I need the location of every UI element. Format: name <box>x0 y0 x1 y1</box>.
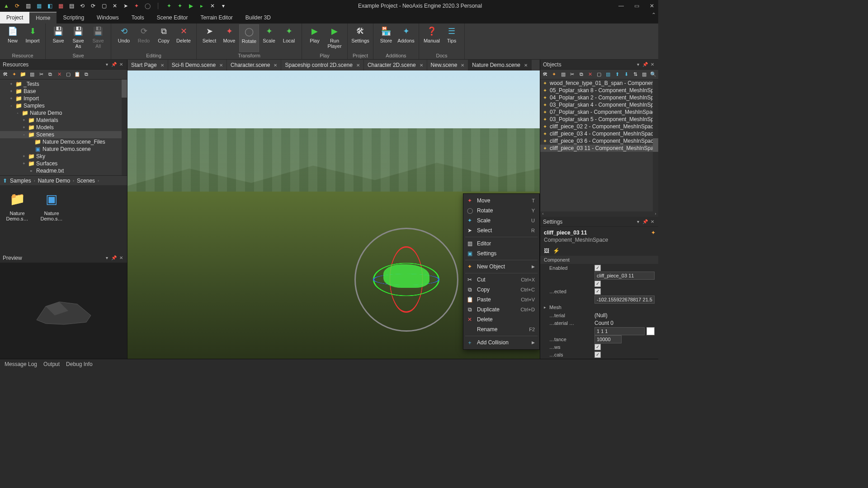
object-item[interactable]: ✦03_Poplar_skan 5 - Component_MeshInSpac… <box>540 116 658 123</box>
save-as-button[interactable]: 💾Save As <box>68 24 88 52</box>
expand-icon[interactable]: + <box>22 161 26 166</box>
cut-icon[interactable]: ✂ <box>38 71 44 78</box>
tree-node[interactable]: +📁Sky <box>0 153 127 160</box>
object-item[interactable]: ✦cliff_piece_02 2 - Component_MeshInSpac… <box>540 123 658 130</box>
tree-node[interactable]: +📁Materials <box>0 117 127 124</box>
tab-close-icon[interactable]: ✕ <box>356 63 360 68</box>
tag-icon[interactable]: ▢ <box>596 71 603 78</box>
shadows-checkbox[interactable]: ✓ <box>594 344 601 350</box>
close-icon[interactable]: ✕ <box>111 2 118 9</box>
expand-icon[interactable]: - <box>22 132 26 137</box>
copy-button[interactable]: ⧉Copy <box>154 24 174 52</box>
arrow-down-icon[interactable]: ⬇ <box>623 71 629 78</box>
doc-up-icon[interactable]: ▥ <box>605 71 611 78</box>
ctx-settings[interactable]: ▣Settings <box>463 249 539 258</box>
document-tab[interactable]: Nature Demo.scene✕ <box>468 60 532 70</box>
tools-icon[interactable]: ✕ <box>209 2 216 9</box>
undo-button[interactable]: ⟲Undo <box>114 24 134 52</box>
ctx-scale[interactable]: ✦ScaleU <box>463 216 539 225</box>
status-debug-info[interactable]: Debug Info <box>66 361 93 367</box>
manual-button[interactable]: ❓Manual <box>422 24 442 52</box>
tips-button[interactable]: ☰Tips <box>442 24 462 52</box>
selected-checkbox[interactable]: ✓ <box>594 288 601 295</box>
store-button[interactable]: 🏪Store <box>376 24 396 52</box>
panel-menu-icon[interactable]: ▾ <box>635 219 641 224</box>
gizmo-local-icon[interactable]: ✦ <box>176 2 184 9</box>
thumb-folder[interactable]: 📁 Nature Demo.s… <box>4 189 31 249</box>
tree-node[interactable]: -📁Scenes <box>0 131 127 138</box>
tree-node[interactable]: -📁Nature Demo <box>0 109 127 117</box>
search-icon[interactable]: 🔍 <box>650 71 656 78</box>
gizmo-rotate-icon[interactable]: ◯ <box>144 2 151 9</box>
collapse-ribbon-icon[interactable]: ⌃ <box>649 12 658 23</box>
stack-icon[interactable]: ▤ <box>68 2 75 9</box>
ctx-delete[interactable]: ✕Delete <box>463 314 539 324</box>
more-icon[interactable]: ▾ <box>220 2 227 9</box>
crumb[interactable]: Nature Demo <box>38 178 70 184</box>
panel-pin-icon[interactable]: 📌 <box>111 62 117 67</box>
cube-icon[interactable]: ◧ <box>46 2 53 9</box>
document-tab[interactable]: Start Page✕ <box>127 60 168 70</box>
layers-icon[interactable]: ▦ <box>57 2 64 9</box>
ctx-copy[interactable]: ⧉CopyCtrl+C <box>463 285 539 295</box>
tab-close-icon[interactable]: ✕ <box>524 63 528 68</box>
document-tab[interactable]: Character.scene✕ <box>227 60 281 70</box>
tree-scrollbar[interactable] <box>122 80 127 175</box>
preview-viewport[interactable] <box>0 263 127 359</box>
redo-button[interactable]: ⟳Redo <box>134 24 154 52</box>
ctx-add-collision[interactable]: ＋Add Collision▶ <box>463 338 539 347</box>
page-icon[interactable]: ▢ <box>100 2 108 9</box>
filter-icon[interactable]: ▥ <box>641 71 647 78</box>
object-item[interactable]: ✦cliff_piece_03 6 - Component_MeshInSpac… <box>540 137 658 145</box>
grid-icon[interactable]: ▦ <box>35 2 42 9</box>
component-icon[interactable]: ✦ <box>651 230 656 236</box>
tree-node[interactable]: ▫Readme.txt <box>0 167 127 174</box>
name-input[interactable]: cliff_piece_03 11 <box>594 272 655 280</box>
tool-icon[interactable]: 🛠 <box>542 71 548 78</box>
tab-close-icon[interactable]: ✕ <box>420 63 423 68</box>
crumb[interactable]: Samples <box>10 178 31 184</box>
expand-icon[interactable]: - <box>15 111 20 115</box>
delete-icon[interactable]: ✕ <box>56 71 62 78</box>
rotate-gizmo[interactable] <box>354 228 458 332</box>
paste-icon[interactable]: 📋 <box>74 71 80 78</box>
menu-tab-terrain-editor[interactable]: Terrain Editor <box>194 12 239 23</box>
select-button[interactable]: ➤Select <box>199 24 219 52</box>
play-step-icon[interactable]: ▸ <box>198 2 205 9</box>
new-doc-icon[interactable]: ▥ <box>24 2 32 9</box>
scale-button[interactable]: ✦Scale <box>259 24 279 52</box>
rotate-button[interactable]: ◯Rotate <box>239 24 259 52</box>
menu-tab-windows[interactable]: Windows <box>90 12 125 23</box>
object-item[interactable]: ✦wood_fence_type_01_B_span - Component_M… <box>540 80 658 87</box>
object-item[interactable]: ✦05_Poplar_skan 8 - Component_MeshInSpac… <box>540 87 658 94</box>
ctx-cut[interactable]: ✂CutCtrl+X <box>463 275 539 285</box>
objects-list[interactable]: ✦wood_fence_type_01_B_span - Component_M… <box>540 80 658 211</box>
tab-close-icon[interactable]: ✕ <box>274 63 277 68</box>
copy-icon[interactable]: ⧉ <box>578 71 585 78</box>
delete-button[interactable]: ✕Delete <box>174 24 193 52</box>
tool-icon[interactable]: 🛠 <box>2 71 8 78</box>
tree-node[interactable]: +📁Surfaces <box>0 160 127 167</box>
play-button[interactable]: ▶Play <box>305 24 325 52</box>
scene-viewport[interactable]: ✦MoveT◯RotateY✦ScaleU➤SelectR▥Editor▣Set… <box>127 70 540 359</box>
enabled-checkbox[interactable]: ✓ <box>594 265 601 271</box>
objects-h-scrollbar[interactable]: ‹› <box>540 211 658 217</box>
expand-icon[interactable]: - <box>9 103 14 108</box>
panel-pin-icon[interactable]: 📌 <box>111 255 117 260</box>
save-all-button[interactable]: 💾Save All <box>88 24 108 52</box>
expand-icon[interactable]: ▸ <box>544 305 549 310</box>
panel-close-icon[interactable]: ✕ <box>118 255 124 260</box>
panel-menu-icon[interactable]: ▾ <box>104 62 110 67</box>
local-button[interactable]: ✦Local <box>279 24 299 52</box>
tab-close-icon[interactable]: ✕ <box>160 63 164 68</box>
tree-node[interactable]: +📁Base <box>0 88 127 95</box>
minimize-button[interactable]: — <box>618 3 625 9</box>
burst-icon[interactable]: ✦ <box>11 71 17 78</box>
document-tab[interactable]: New.scene✕ <box>427 60 469 70</box>
delete-icon[interactable]: ✕ <box>587 71 594 78</box>
vis-checkbox[interactable]: ✓ <box>594 281 601 287</box>
tree-node[interactable]: +📁Import <box>0 95 127 102</box>
resources-tree[interactable]: +📁_Tests+📁Base+📁Import-📁Samples-📁Nature … <box>0 80 127 175</box>
panel-pin-icon[interactable]: 📌 <box>642 62 648 67</box>
move-button[interactable]: ✦Move <box>219 24 239 52</box>
